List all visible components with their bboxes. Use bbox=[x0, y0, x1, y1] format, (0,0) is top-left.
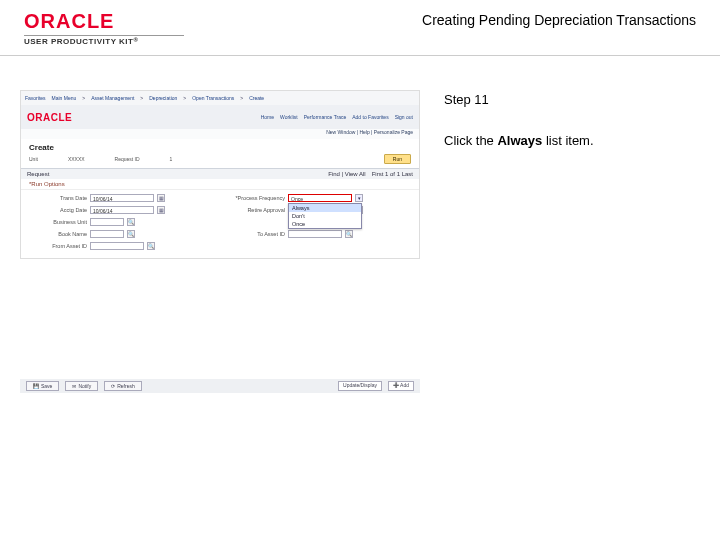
lookup-icon[interactable]: 🔍 bbox=[127, 230, 135, 238]
from-asset-input[interactable] bbox=[90, 242, 144, 250]
breadcrumb-item[interactable]: Favorites bbox=[25, 95, 46, 101]
process-freq-label: *Process Frequency bbox=[225, 195, 285, 201]
book-name-label: Book Name bbox=[27, 231, 87, 237]
breadcrumb: Favorites Main Menu > Asset Management >… bbox=[21, 91, 419, 105]
app-subbar[interactable]: New Window | Help | Personalize Page bbox=[21, 129, 419, 139]
book-name-input[interactable] bbox=[90, 230, 124, 238]
retire-appr-label: Retire Approval bbox=[225, 207, 285, 213]
instruction-text: Click the Always list item. bbox=[444, 131, 700, 152]
oracle-logo: ORACLE bbox=[24, 10, 114, 33]
instruction-bold: Always bbox=[497, 133, 542, 148]
breadcrumb-item[interactable]: Depreciation bbox=[149, 95, 177, 101]
chevron-down-icon[interactable] bbox=[355, 194, 363, 202]
topnav-favorites[interactable]: Add to Favorites bbox=[352, 114, 388, 120]
to-asset-field: To Asset ID 🔍 bbox=[225, 230, 413, 238]
update-display-button[interactable]: Update/Display bbox=[338, 381, 382, 391]
header-divider bbox=[0, 55, 720, 56]
page-title: Creating Pending Depreciation Transactio… bbox=[422, 10, 696, 28]
to-asset-input[interactable] bbox=[288, 230, 342, 238]
screenshot: Favorites Main Menu > Asset Management >… bbox=[20, 90, 420, 259]
acctg-date-label: Acctg Date bbox=[27, 207, 87, 213]
business-unit-label: Business Unit bbox=[27, 219, 87, 225]
reqid-value: 1 bbox=[170, 156, 173, 162]
topnav-signout[interactable]: Sign out bbox=[395, 114, 413, 120]
lookup-icon[interactable]: 🔍 bbox=[147, 242, 155, 250]
run-button[interactable]: Run bbox=[384, 154, 411, 164]
step-label: Step 11 bbox=[444, 90, 700, 111]
process-freq-dropdown: Always Don't Once bbox=[288, 203, 362, 229]
breadcrumb-item[interactable]: Open Transactions bbox=[192, 95, 234, 101]
dropdown-option-always[interactable]: Always bbox=[289, 204, 361, 212]
breadcrumb-item[interactable]: Create bbox=[249, 95, 264, 101]
run-control-line: Unit XXXXX Request ID 1 Run bbox=[21, 152, 419, 168]
process-freq-input[interactable]: Once bbox=[288, 194, 352, 202]
calendar-icon[interactable] bbox=[157, 194, 165, 202]
process-frequency-field: *Process Frequency Once Always Don't Onc… bbox=[225, 194, 413, 202]
form-grid: Trans Date 10/06/14 *Process Frequency O… bbox=[21, 190, 419, 258]
topnav-trace[interactable]: Performance Trace bbox=[304, 114, 347, 120]
notify-button[interactable]: ✉ Notify bbox=[65, 381, 98, 391]
topnav-worklist[interactable]: Worklist bbox=[280, 114, 298, 120]
unit-label: Unit bbox=[29, 156, 38, 162]
logo-divider bbox=[24, 35, 184, 36]
app-topbar: ORACLE Home Worklist Performance Trace A… bbox=[21, 105, 419, 129]
lookup-icon[interactable]: 🔍 bbox=[345, 230, 353, 238]
refresh-button[interactable]: ⟳ Refresh bbox=[104, 381, 142, 391]
upk-label: USER PRODUCTIVITY KIT® bbox=[24, 37, 138, 46]
oracle-word: ORACLE bbox=[24, 10, 114, 32]
reqid-label: Request ID bbox=[115, 156, 140, 162]
app-page-heading: Create bbox=[21, 139, 419, 152]
trans-date-field: Trans Date 10/06/14 bbox=[27, 194, 215, 202]
dropdown-option-dont[interactable]: Don't bbox=[289, 212, 361, 220]
trans-date-label: Trans Date bbox=[27, 195, 87, 201]
topnav-home[interactable]: Home bbox=[261, 114, 274, 120]
business-unit-field: Business Unit 🔍 bbox=[27, 218, 215, 226]
breadcrumb-item[interactable]: Main Menu bbox=[52, 95, 77, 101]
request-section-head: Request Find | View All First 1 of 1 Las… bbox=[21, 169, 419, 179]
lookup-icon[interactable]: 🔍 bbox=[127, 218, 135, 226]
instruction-post: list item. bbox=[542, 133, 593, 148]
find-controls[interactable]: Find | View All First 1 of 1 Last bbox=[328, 171, 413, 177]
registered-mark: ® bbox=[133, 37, 138, 43]
upk-text: USER PRODUCTIVITY KIT bbox=[24, 37, 133, 46]
app-oracle-logo: ORACLE bbox=[27, 112, 72, 123]
from-asset-field: From Asset ID 🔍 bbox=[27, 242, 215, 250]
trans-date-input[interactable]: 10/06/14 bbox=[90, 194, 154, 202]
acctg-date-input[interactable]: 10/06/14 bbox=[90, 206, 154, 214]
request-title: Request bbox=[27, 171, 49, 177]
acctg-date-field: Acctg Date 10/06/14 bbox=[27, 206, 215, 214]
brand-block: ORACLE USER PRODUCTIVITY KIT® bbox=[24, 10, 184, 46]
run-options-title: *Run Options bbox=[21, 179, 419, 190]
book-name-field: Book Name 🔍 bbox=[27, 230, 215, 238]
save-button[interactable]: 💾 Save bbox=[26, 381, 59, 391]
to-asset-label: To Asset ID bbox=[225, 231, 285, 237]
instruction-pre: Click the bbox=[444, 133, 497, 148]
app-footer: 💾 Save ✉ Notify ⟳ Refresh Update/Display… bbox=[20, 379, 420, 393]
add-button[interactable]: ➕ Add bbox=[388, 381, 414, 391]
dropdown-option-once[interactable]: Once bbox=[289, 220, 361, 228]
calendar-icon[interactable] bbox=[157, 206, 165, 214]
breadcrumb-item[interactable]: Asset Management bbox=[91, 95, 134, 101]
app-topnav: Home Worklist Performance Trace Add to F… bbox=[261, 114, 413, 120]
from-asset-label: From Asset ID bbox=[27, 243, 87, 249]
unit-value: XXXXX bbox=[68, 156, 85, 162]
business-unit-input[interactable] bbox=[90, 218, 124, 226]
